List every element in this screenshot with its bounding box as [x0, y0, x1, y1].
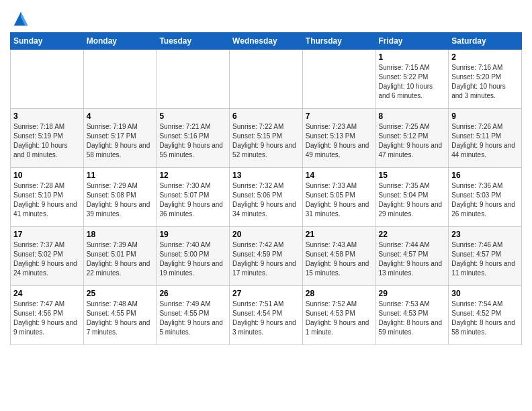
- day-number: 20: [232, 230, 300, 239]
- day-number: 1: [379, 52, 446, 62]
- day-number: 13: [232, 171, 300, 180]
- page: SundayMondayTuesdayWednesdayThursdayFrid…: [0, 0, 532, 352]
- day-info: Sunrise: 7:23 AM Sunset: 5:13 PM Dayligh…: [306, 122, 373, 160]
- day-info: Sunrise: 7:39 AM Sunset: 5:01 PM Dayligh…: [87, 240, 154, 278]
- day-number: 6: [232, 111, 300, 121]
- calendar-cell: 5Sunrise: 7:21 AM Sunset: 5:16 PM Daylig…: [157, 109, 230, 168]
- day-number: 12: [159, 171, 226, 180]
- calendar-cell: 7Sunrise: 7:23 AM Sunset: 5:13 PM Daylig…: [302, 109, 375, 168]
- calendar-cell: 17Sunrise: 7:37 AM Sunset: 5:02 PM Dayli…: [11, 227, 84, 286]
- day-info: Sunrise: 7:44 AM Sunset: 4:57 PM Dayligh…: [379, 240, 446, 278]
- day-number: 18: [87, 230, 154, 239]
- calendar-cell: 6Sunrise: 7:22 AM Sunset: 5:15 PM Daylig…: [230, 109, 303, 168]
- day-info: Sunrise: 7:28 AM Sunset: 5:10 PM Dayligh…: [13, 181, 81, 219]
- weekday-header-tuesday: Tuesday: [157, 33, 230, 50]
- calendar-cell: 3Sunrise: 7:18 AM Sunset: 5:19 PM Daylig…: [11, 109, 84, 168]
- day-number: 21: [306, 230, 373, 239]
- day-number: 25: [87, 289, 154, 298]
- day-number: 30: [451, 289, 519, 298]
- day-info: Sunrise: 7:15 AM Sunset: 5:22 PM Dayligh…: [379, 63, 446, 101]
- calendar-cell: 20Sunrise: 7:42 AM Sunset: 4:59 PM Dayli…: [230, 227, 303, 286]
- weekday-header-friday: Friday: [375, 33, 449, 50]
- calendar-header-row: SundayMondayTuesdayWednesdayThursdayFrid…: [11, 33, 522, 50]
- day-info: Sunrise: 7:40 AM Sunset: 5:00 PM Dayligh…: [159, 240, 226, 278]
- calendar-cell: 9Sunrise: 7:26 AM Sunset: 5:11 PM Daylig…: [449, 109, 522, 168]
- calendar-table: SundayMondayTuesdayWednesdayThursdayFrid…: [10, 32, 522, 345]
- calendar-cell: 21Sunrise: 7:43 AM Sunset: 4:58 PM Dayli…: [302, 227, 375, 286]
- day-info: Sunrise: 7:52 AM Sunset: 4:53 PM Dayligh…: [306, 300, 373, 337]
- calendar-week-4: 17Sunrise: 7:37 AM Sunset: 5:02 PM Dayli…: [11, 227, 522, 286]
- calendar-week-1: 1Sunrise: 7:15 AM Sunset: 5:22 PM Daylig…: [11, 50, 522, 109]
- calendar-body: 1Sunrise: 7:15 AM Sunset: 5:22 PM Daylig…: [11, 50, 522, 345]
- calendar-cell: [11, 50, 84, 109]
- calendar-cell: 19Sunrise: 7:40 AM Sunset: 5:00 PM Dayli…: [157, 227, 230, 286]
- calendar-cell: 18Sunrise: 7:39 AM Sunset: 5:01 PM Dayli…: [83, 227, 157, 286]
- day-info: Sunrise: 7:53 AM Sunset: 4:53 PM Dayligh…: [379, 300, 446, 337]
- calendar-cell: 26Sunrise: 7:49 AM Sunset: 4:55 PM Dayli…: [157, 286, 230, 345]
- calendar-cell: 16Sunrise: 7:36 AM Sunset: 5:03 PM Dayli…: [449, 168, 522, 227]
- weekday-header-monday: Monday: [83, 33, 157, 50]
- day-number: 15: [379, 171, 446, 180]
- calendar-cell: 22Sunrise: 7:44 AM Sunset: 4:57 PM Dayli…: [375, 227, 449, 286]
- calendar-cell: 27Sunrise: 7:51 AM Sunset: 4:54 PM Dayli…: [230, 286, 303, 345]
- calendar-cell: 13Sunrise: 7:32 AM Sunset: 5:06 PM Dayli…: [230, 168, 303, 227]
- day-number: 7: [306, 111, 373, 121]
- calendar-week-5: 24Sunrise: 7:47 AM Sunset: 4:56 PM Dayli…: [11, 286, 522, 345]
- logo: [10, 9, 30, 28]
- day-info: Sunrise: 7:26 AM Sunset: 5:11 PM Dayligh…: [451, 122, 519, 160]
- weekday-header-thursday: Thursday: [302, 33, 375, 50]
- calendar-cell: 24Sunrise: 7:47 AM Sunset: 4:56 PM Dayli…: [11, 286, 84, 345]
- day-info: Sunrise: 7:19 AM Sunset: 5:17 PM Dayligh…: [87, 122, 154, 160]
- day-number: 5: [159, 111, 226, 121]
- calendar-cell: 8Sunrise: 7:25 AM Sunset: 5:12 PM Daylig…: [375, 109, 449, 168]
- calendar-cell: 4Sunrise: 7:19 AM Sunset: 5:17 PM Daylig…: [83, 109, 157, 168]
- day-info: Sunrise: 7:25 AM Sunset: 5:12 PM Dayligh…: [379, 122, 446, 160]
- calendar-cell: 11Sunrise: 7:29 AM Sunset: 5:08 PM Dayli…: [83, 168, 157, 227]
- calendar-cell: 14Sunrise: 7:33 AM Sunset: 5:05 PM Dayli…: [302, 168, 375, 227]
- day-info: Sunrise: 7:22 AM Sunset: 5:15 PM Dayligh…: [232, 122, 300, 160]
- calendar-cell: 12Sunrise: 7:30 AM Sunset: 5:07 PM Dayli…: [157, 168, 230, 227]
- day-number: 16: [451, 171, 519, 180]
- calendar-cell: 15Sunrise: 7:35 AM Sunset: 5:04 PM Dayli…: [375, 168, 449, 227]
- day-number: 26: [159, 289, 226, 298]
- day-number: 11: [87, 171, 154, 180]
- day-number: 9: [451, 111, 519, 121]
- day-number: 24: [13, 289, 81, 298]
- day-info: Sunrise: 7:35 AM Sunset: 5:04 PM Dayligh…: [379, 181, 446, 219]
- calendar-cell: 23Sunrise: 7:46 AM Sunset: 4:57 PM Dayli…: [449, 227, 522, 286]
- day-info: Sunrise: 7:21 AM Sunset: 5:16 PM Dayligh…: [159, 122, 226, 160]
- day-number: 28: [306, 289, 373, 298]
- day-info: Sunrise: 7:36 AM Sunset: 5:03 PM Dayligh…: [451, 181, 519, 219]
- day-number: 29: [379, 289, 446, 298]
- logo-icon: [11, 9, 30, 28]
- calendar-cell: 29Sunrise: 7:53 AM Sunset: 4:53 PM Dayli…: [375, 286, 449, 345]
- calendar-cell: 30Sunrise: 7:54 AM Sunset: 4:52 PM Dayli…: [449, 286, 522, 345]
- day-info: Sunrise: 7:16 AM Sunset: 5:20 PM Dayligh…: [451, 63, 519, 101]
- day-number: 10: [13, 171, 81, 180]
- calendar-week-3: 10Sunrise: 7:28 AM Sunset: 5:10 PM Dayli…: [11, 168, 522, 227]
- day-info: Sunrise: 7:54 AM Sunset: 4:52 PM Dayligh…: [451, 300, 519, 337]
- calendar-cell: [83, 50, 157, 109]
- calendar-cell: [302, 50, 375, 109]
- day-info: Sunrise: 7:48 AM Sunset: 4:55 PM Dayligh…: [87, 300, 154, 337]
- day-info: Sunrise: 7:18 AM Sunset: 5:19 PM Dayligh…: [13, 122, 81, 160]
- calendar-cell: 25Sunrise: 7:48 AM Sunset: 4:55 PM Dayli…: [83, 286, 157, 345]
- calendar-cell: [157, 50, 230, 109]
- day-number: 22: [379, 230, 446, 239]
- weekday-header-sunday: Sunday: [11, 33, 84, 50]
- day-number: 14: [306, 171, 373, 180]
- header: [10, 7, 522, 28]
- calendar-cell: 1Sunrise: 7:15 AM Sunset: 5:22 PM Daylig…: [375, 50, 449, 109]
- day-info: Sunrise: 7:33 AM Sunset: 5:05 PM Dayligh…: [306, 181, 373, 219]
- day-info: Sunrise: 7:43 AM Sunset: 4:58 PM Dayligh…: [306, 240, 373, 278]
- day-number: 3: [13, 111, 81, 121]
- calendar-cell: 10Sunrise: 7:28 AM Sunset: 5:10 PM Dayli…: [11, 168, 84, 227]
- day-number: 19: [159, 230, 226, 239]
- calendar-cell: [230, 50, 303, 109]
- calendar-cell: 2Sunrise: 7:16 AM Sunset: 5:20 PM Daylig…: [449, 50, 522, 109]
- day-info: Sunrise: 7:29 AM Sunset: 5:08 PM Dayligh…: [87, 181, 154, 219]
- day-info: Sunrise: 7:47 AM Sunset: 4:56 PM Dayligh…: [13, 300, 81, 337]
- weekday-header-saturday: Saturday: [449, 33, 522, 50]
- day-number: 2: [451, 52, 519, 62]
- weekday-header-wednesday: Wednesday: [230, 33, 303, 50]
